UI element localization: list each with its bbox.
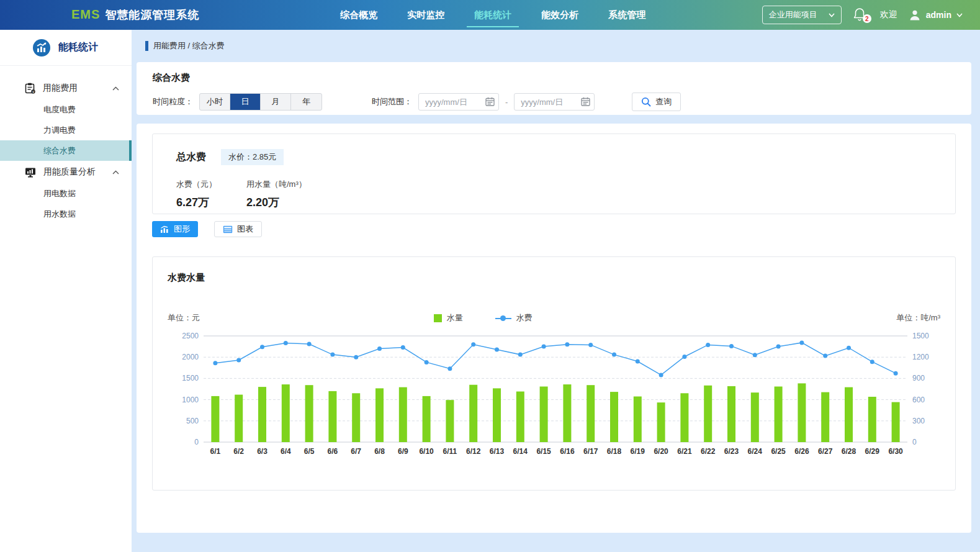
welcome-text: 欢迎 [880,9,897,20]
svg-text:2500: 2500 [182,332,199,340]
summary-title: 总水费 [176,151,206,164]
chart-legend: 水量 水费 [434,312,533,324]
granularity-segmented: 小时 日 月 年 [199,93,322,111]
sidebar-item-electricity-fee[interactable]: 电度电费 [0,99,132,120]
svg-text:0: 0 [194,438,199,446]
username: admin [926,10,951,20]
svg-text:6/18: 6/18 [607,447,622,456]
granularity-year-button[interactable]: 年 [291,94,321,110]
svg-text:500: 500 [186,417,199,425]
sidebar-item-water-data[interactable]: 用水数据 [0,204,132,224]
metric-water-fee: 水费（元） 6.27万 [176,179,217,210]
water-price-badge: 水价：2.85元 [221,149,284,165]
sidebar-item-power-factor-fee[interactable]: 力调电费 [0,120,132,140]
nav-item-realtime[interactable]: 实时监控 [406,6,446,25]
project-selector[interactable]: 企业用能项目 [762,6,842,24]
svg-text:6/27: 6/27 [818,447,833,456]
menu-group-quality-analysis[interactable]: 用能质量分析 [0,161,132,183]
breadcrumb-marker [145,41,148,51]
svg-text:1500: 1500 [912,332,929,340]
content-panel: 总水费 水价：2.85元 水费（元） 6.27万 用水量（吨/m³） 2.20万 [137,124,971,533]
svg-text:6/13: 6/13 [490,447,505,456]
svg-text:1500: 1500 [182,374,199,382]
svg-text:300: 300 [912,417,925,425]
menu-group-energy-cost[interactable]: ¥ 用能费用 [0,77,132,99]
notification-badge: 2 [863,14,871,23]
legend-label: 水量 [447,312,463,324]
chevron-up-icon [112,170,119,174]
metric-water-volume: 用水量（吨/m³） 2.20万 [246,179,307,210]
svg-text:6/17: 6/17 [583,447,598,456]
svg-text:6/20: 6/20 [654,447,668,456]
table-view-button[interactable]: 图表 [214,221,262,237]
graph-view-label: 图形 [174,224,190,235]
view-toggle: 图形 图表 [152,221,956,237]
breadcrumb-text: 用能费用 / 综合水费 [153,40,225,52]
navbar-right: 企业用能项目 2 欢迎 admin [762,6,963,24]
nav-item-overview[interactable]: 综合概览 [339,6,379,25]
right-axis-unit: 单位：吨/m³ [816,312,940,324]
svg-text:6/9: 6/9 [398,447,408,456]
chevron-up-icon [112,86,119,91]
energy-stats-logo-icon [32,38,51,57]
svg-text:6/16: 6/16 [560,447,575,456]
project-selector-value: 企业用能项目 [769,9,817,20]
breadcrumb: 用能费用 / 综合水费 [137,30,971,62]
svg-text:600: 600 [912,396,925,404]
user-menu[interactable]: admin [909,9,963,21]
granularity-day-button[interactable]: 日 [230,94,261,110]
svg-text:6/11: 6/11 [443,447,457,456]
graph-view-button[interactable]: 图形 [152,221,198,237]
monitor-chart-icon [25,167,36,178]
sidebar-header: 能耗统计 [0,30,132,66]
start-date-field [418,93,499,111]
sidebar-item-electricity-data[interactable]: 用电数据 [0,183,132,204]
search-icon [641,97,651,107]
metric-label: 用水量（吨/m³） [246,179,307,190]
user-avatar-icon [909,9,921,21]
brand-logo: EMS [71,7,100,22]
svg-text:6/1: 6/1 [210,447,221,456]
legend-item-volume[interactable]: 水量 [434,312,463,324]
notification-bell[interactable]: 2 [853,7,869,23]
main-content: 用能费用 / 综合水费 综合水费 时间粒度： 小时 日 月 年 时间范围： [132,30,980,552]
sidebar: 能耗统计 ¥ 用能费用 电度电费 力调电费 综合水费 [0,30,132,552]
app-brand: EMS 智慧能源管理系统 [0,7,199,22]
chart-card: 水费水量 单位：元 水量 水费 [152,256,956,491]
svg-text:6/21: 6/21 [677,447,692,456]
calendar-icon[interactable] [485,97,495,106]
svg-text:1200: 1200 [912,353,929,361]
svg-text:6/8: 6/8 [374,447,385,456]
line-swatch-icon [495,314,511,322]
range-label: 时间范围： [372,96,412,107]
sidebar-title: 能耗统计 [58,41,98,54]
table-view-label: 图表 [237,224,253,235]
main-nav: 综合概览 实时监控 能耗统计 能效分析 系统管理 [339,6,647,25]
menu-group-label: 用能费用 [43,83,112,94]
filter-panel: 综合水费 时间粒度： 小时 日 月 年 时间范围： [137,62,971,115]
nav-item-efficiency[interactable]: 能效分析 [540,6,580,25]
svg-text:6/23: 6/23 [724,447,739,456]
nav-item-system[interactable]: 系统管理 [607,6,647,25]
bar-chart-icon [160,225,169,233]
nav-item-energy-stats[interactable]: 能耗统计 [473,6,513,25]
svg-text:6/2: 6/2 [233,447,244,456]
svg-text:6/29: 6/29 [865,447,880,456]
calendar-icon[interactable] [581,97,590,106]
svg-text:6/14: 6/14 [513,447,528,456]
legend-label: 水费 [516,312,533,324]
top-navbar: EMS 智慧能源管理系统 综合概览 实时监控 能耗统计 能效分析 系统管理 企业… [0,0,980,30]
svg-text:6/25: 6/25 [771,447,786,456]
svg-text:6/15: 6/15 [536,447,551,456]
svg-text:900: 900 [912,374,925,382]
combo-chart: 050010001500200025000300600900120015006/… [168,327,940,463]
metric-value: 2.20万 [246,195,307,210]
legend-item-fee[interactable]: 水费 [495,312,533,324]
granularity-hour-button[interactable]: 小时 [200,94,230,110]
svg-text:6/3: 6/3 [257,447,267,456]
chart-plot-area: 050010001500200025000300600900120015006/… [168,327,943,461]
sidebar-item-water-fee[interactable]: 综合水费 [0,140,132,161]
svg-text:6/7: 6/7 [351,447,361,456]
granularity-month-button[interactable]: 月 [261,94,291,110]
search-button[interactable]: 查询 [632,93,681,111]
